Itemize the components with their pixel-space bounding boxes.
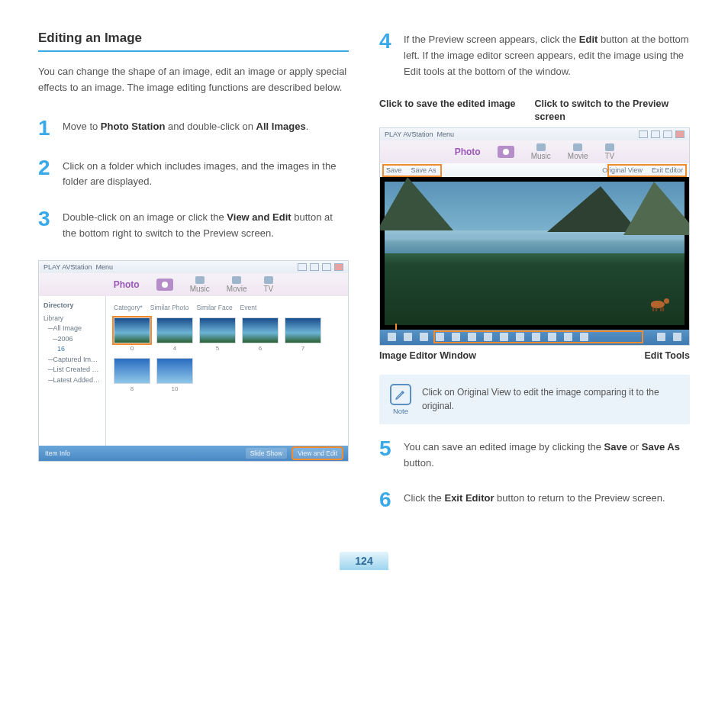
step-2: 2 Click on a folder which includes image… <box>38 157 349 191</box>
bold: View and Edit <box>227 211 291 223</box>
step-5: 5 You can save an edited image by clicki… <box>379 438 690 472</box>
maximize-icon[interactable] <box>322 263 331 271</box>
view-and-edit-button[interactable]: View and Edit <box>293 448 342 459</box>
sidebar-item[interactable]: 16 <box>43 344 101 355</box>
tab-music[interactable]: Music <box>190 276 210 293</box>
bold: Save As <box>642 441 680 453</box>
sidebar-item[interactable]: ─All Image <box>43 324 101 334</box>
window-titlebar: PLAY AVStation Menu <box>380 128 689 140</box>
thumbnail[interactable]: 10 <box>156 358 193 392</box>
sidebar-item[interactable]: Library <box>43 314 101 324</box>
thumbnail[interactable]: 4 <box>156 317 193 352</box>
filter-similar-face[interactable]: Similar Face <box>196 304 232 311</box>
camera-icon <box>498 146 514 158</box>
zoom-in-icon[interactable] <box>673 333 681 341</box>
bold: Save <box>604 441 627 453</box>
landscape-image <box>385 182 685 325</box>
step-6: 6 Click the Exit Editor button to return… <box>379 489 690 511</box>
label-editor-window: Image Editor Window <box>379 350 535 361</box>
tab-music[interactable]: Music <box>531 143 551 160</box>
text: Double-click on an image or click the <box>63 211 227 223</box>
deer-icon <box>651 295 668 311</box>
section-tabs: Photo Music Movie TV <box>380 140 689 163</box>
step-text: Click the Exit Editor button to return t… <box>404 489 665 507</box>
thumbnail[interactable]: 6 <box>242 317 279 352</box>
close-icon[interactable] <box>334 263 343 271</box>
restore-icon[interactable] <box>310 263 319 271</box>
highlight-edit-tools <box>433 330 643 343</box>
callout-preview: Click to switch to the Preview screen <box>535 98 691 123</box>
text: If the Preview screen appears, click the <box>404 34 579 45</box>
sidebar-header: Directory <box>43 301 101 311</box>
menu-label[interactable]: Menu <box>96 263 114 271</box>
filter-event[interactable]: Event <box>240 304 257 311</box>
edit-tools-bar <box>380 330 689 345</box>
thumbnail[interactable]: 7 <box>285 317 321 352</box>
app-footer: Item Info Slide Show View and Edit <box>39 446 348 461</box>
zoom-out-icon[interactable] <box>657 333 665 341</box>
thumbnail[interactable]: 8 <box>114 358 150 392</box>
text: button to return to the Preview screen. <box>494 492 665 504</box>
tab-tv[interactable]: TV <box>264 276 274 293</box>
step-4: 4 If the Preview screen appears, click t… <box>379 31 690 79</box>
page-number: 124 <box>340 552 388 570</box>
tool-icon[interactable] <box>388 333 396 341</box>
text: . <box>306 121 309 132</box>
music-icon <box>536 143 546 151</box>
filter-similar-photo[interactable]: Similar Photo <box>150 304 189 311</box>
tool-icon[interactable] <box>420 333 428 341</box>
callout-save: Click to save the edited image <box>379 98 535 123</box>
section-tabs: Photo Music Movie TV <box>39 273 348 296</box>
directory-sidebar: Directory Library ─All Image ─2006 16 ─C… <box>39 296 106 446</box>
sidebar-item[interactable]: ─List Created by Me <box>43 365 101 375</box>
pencil-icon <box>390 384 411 405</box>
sidebar-item[interactable]: ─2006 <box>43 334 101 345</box>
tab-photo[interactable]: Photo <box>455 147 481 157</box>
close-icon[interactable] <box>675 130 685 138</box>
step-number: 2 <box>38 157 55 179</box>
restore-icon[interactable] <box>651 130 660 138</box>
right-column: 4 If the Preview screen appears, click t… <box>379 31 690 529</box>
thumbnail[interactable]: 0 <box>114 317 150 352</box>
maximize-icon[interactable] <box>663 130 672 138</box>
editor-toolbar: Save Save As Original View Exit Editor <box>380 163 689 177</box>
bold: Edit <box>579 34 598 45</box>
label-edit-tools: Edit Tools <box>535 350 691 361</box>
text: Click the <box>404 492 444 504</box>
app-title: PLAY AVStation <box>43 263 92 271</box>
filter-bar: Category* Similar Photo Similar Face Eve… <box>114 304 340 311</box>
sidebar-item[interactable]: ─Latest Added List <box>43 375 101 386</box>
tab-movie[interactable]: Movie <box>227 276 247 293</box>
movie-icon <box>573 143 582 151</box>
step-number: 6 <box>379 489 396 511</box>
note-icon-block: Note <box>390 384 411 415</box>
step-text: Click on a folder which includes images,… <box>63 157 349 191</box>
slide-show-button[interactable]: Slide Show <box>246 448 288 459</box>
text: You can save an edited image by clicking… <box>404 441 604 453</box>
step-text: If the Preview screen appears, click the… <box>404 31 690 79</box>
tab-movie[interactable]: Movie <box>568 143 588 160</box>
bold: Exit Editor <box>444 492 494 504</box>
bold: All Images <box>256 121 306 132</box>
left-column: Editing an Image You can change the shap… <box>38 31 349 529</box>
minimize-icon[interactable] <box>298 263 307 271</box>
movie-icon <box>232 276 241 284</box>
highlight-exit-area <box>607 164 687 177</box>
sidebar-item[interactable]: ─Captured Image <box>43 355 101 366</box>
item-info-label[interactable]: Item Info <box>45 449 70 457</box>
step-text: Move to Photo Station and double-click o… <box>63 118 308 135</box>
tool-icon[interactable] <box>404 333 412 341</box>
note-text: Click on Original View to edit the image… <box>422 385 679 413</box>
filter-category[interactable]: Category* <box>114 304 143 311</box>
window-controls <box>298 263 343 271</box>
under-labels: Image Editor Window Edit Tools <box>379 350 690 361</box>
highlight-save-area <box>382 164 442 177</box>
minimize-icon[interactable] <box>639 130 648 138</box>
tab-tv[interactable]: TV <box>605 143 615 160</box>
editor-canvas <box>380 177 689 330</box>
text: button. <box>404 457 434 469</box>
menu-label[interactable]: Menu <box>437 130 455 138</box>
thumbnail[interactable]: 5 <box>199 317 236 352</box>
bold: Photo Station <box>101 121 166 132</box>
tab-photo[interactable]: Photo <box>114 279 140 290</box>
